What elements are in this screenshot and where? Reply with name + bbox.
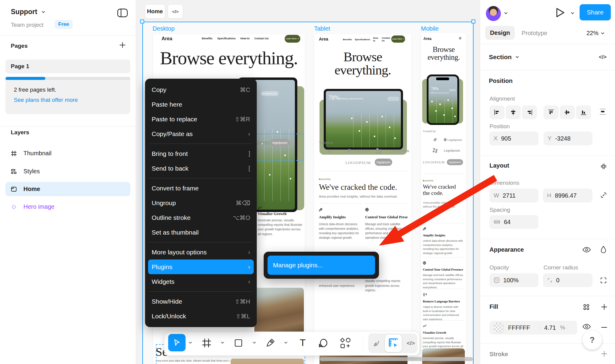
tablet-card-1[interactable]: Control Your Global Presence Manage and … [365, 203, 408, 240]
fill-styles-button[interactable] [583, 303, 590, 312]
frame-label-mobile[interactable]: Mobile [421, 25, 439, 32]
collapse-layout-button[interactable] [600, 163, 607, 171]
chevron-down-icon[interactable] [571, 12, 574, 14]
desktop-logo[interactable]: Area [162, 36, 172, 41]
frame-tool-button[interactable] [201, 337, 213, 349]
submenu-item-manage-plugins[interactable]: Manage plugins... [268, 256, 375, 275]
fill-row[interactable]: FFFFFF 4.71 % [489, 321, 577, 335]
menu-item-show-hide[interactable]: Show/Hide⇧⌘H [145, 294, 257, 309]
tablet-card-0[interactable]: Amplify Insights Unlock data-driven deci… [319, 203, 361, 240]
home-tab-chip[interactable]: Home [145, 4, 165, 19]
desktop-partial-body[interactable]: Area turns your data into clear, vibrant… [156, 359, 229, 362]
add-page-button[interactable] [119, 41, 126, 50]
aspect-lock-button[interactable] [600, 192, 607, 200]
actions-tool-button[interactable] [339, 336, 352, 350]
mobile-trusted-label[interactable]: Trusted by: [423, 130, 436, 133]
y-position-field[interactable]: Y -3248 [544, 132, 592, 145]
layer-row-styles[interactable]: Styles [5, 164, 130, 178]
dev-mode-toggle[interactable] [385, 335, 402, 352]
nav-link[interactable]: How-to [241, 37, 250, 40]
align-right-button[interactable] [522, 105, 537, 119]
blend-mode-button[interactable] [601, 246, 606, 254]
chevron-down-icon[interactable] [284, 341, 288, 344]
menu-item-lock-unlock[interactable]: Lock/Unlock⇧⌘L [145, 309, 257, 323]
menu-item-convert-to-frame[interactable]: Convert to frame [145, 181, 257, 196]
mobile-benefits-sub[interactable]: Area provides real insights, without the… [423, 201, 464, 209]
menu-item-more-layout-options[interactable]: More layout options› [145, 245, 257, 259]
desktop-nav[interactable]: Benefits Specifications How-to Contact U… [202, 35, 271, 41]
tablet-eyebrow[interactable]: Benefits [319, 178, 331, 180]
desktop-logo-pill[interactable]: logoipsum [270, 139, 289, 147]
selection-handle[interactable] [140, 20, 144, 23]
zoom-control[interactable]: 22% [586, 30, 604, 37]
avatar[interactable] [486, 6, 501, 21]
draw-annotate-button[interactable] [372, 338, 382, 348]
desktop-regions-pill[interactable]: All Regions (12) ⌄ [261, 91, 279, 96]
hamburger-icon[interactable]: ≡ [459, 35, 462, 41]
x-position-field[interactable]: X 905 [489, 132, 538, 145]
fill-visibility-button[interactable] [583, 324, 591, 331]
tablet-cta-button[interactable]: Learn More ↗ [391, 35, 405, 43]
page-list-item[interactable]: Page 1 [5, 59, 130, 73]
help-button[interactable]: ? [583, 330, 602, 350]
height-field[interactable]: H 8996.47 [543, 189, 592, 202]
desktop-cta-button[interactable]: Learn More ↗ [285, 35, 300, 43]
menu-item-copy[interactable]: Copy⌘C [145, 82, 257, 97]
plan-badge[interactable]: Free [55, 20, 73, 29]
menu-item-set-as-thumbnail[interactable]: Set as thumbnail [145, 225, 257, 240]
desktop-hero-headline[interactable]: Browse everything. [155, 47, 303, 69]
menu-item-plugins[interactable]: Plugins› [148, 259, 254, 274]
align-top-button[interactable] [544, 105, 559, 119]
desktop-card-title[interactable]: Visualize Growth [258, 211, 304, 216]
align-bottom-button[interactable] [576, 105, 591, 119]
present-button[interactable] [556, 7, 565, 19]
appearance-visibility-button[interactable] [583, 247, 591, 254]
nav-link[interactable]: Benefits [343, 38, 352, 41]
project-title-row[interactable]: Support [11, 8, 45, 16]
fill-hex[interactable]: FFFFFF [508, 324, 530, 331]
frame-label-desktop[interactable]: Desktop [153, 25, 174, 32]
mobile-hero-headline[interactable]: Browse everything. [422, 46, 466, 62]
align-v-center-button[interactable] [560, 105, 575, 119]
chevron-down-icon[interactable] [253, 341, 256, 344]
pen-tool-button[interactable] [264, 336, 277, 349]
mobile-mountain-image[interactable] [422, 348, 465, 364]
layer-row-home[interactable]: Home [5, 182, 130, 196]
tablet-logo[interactable]: Area [319, 37, 328, 41]
text-tool-button[interactable]: T [296, 336, 309, 350]
add-fill-button[interactable] [601, 303, 608, 312]
dev-code-icon[interactable]: </> [599, 54, 607, 60]
layer-row-thumbnail[interactable]: Thumbnail [5, 146, 130, 160]
tablet-frame[interactable] [314, 34, 411, 364]
remove-fill-button[interactable] [601, 324, 608, 332]
align-h-center-button[interactable] [506, 105, 521, 119]
opacity-field[interactable]: 100% [489, 273, 538, 287]
mobile-card-2[interactable]: Remove Language Barriers Adapt to divers… [423, 289, 464, 321]
menu-item-outline-stroke[interactable]: Outline stroke⌥⌘O [145, 210, 257, 225]
code-view-button[interactable]: </> [405, 339, 417, 347]
move-tool-button[interactable] [168, 334, 186, 351]
chevron-down-icon[interactable] [189, 341, 192, 344]
mobile-card-3[interactable]: Visualize Growth Generate precise, visua… [423, 320, 464, 353]
fill-swatch[interactable] [494, 323, 504, 333]
menu-item-ungroup[interactable]: Ungroup⌘⌫ [145, 196, 257, 210]
tablet-benefits-sub[interactable]: Area provides real insights, without the… [319, 195, 409, 198]
desktop-card-body[interactable]: Generate precise, visually compelling re… [258, 218, 303, 236]
menu-item-paste-here[interactable]: Paste here [145, 97, 257, 112]
shape-tool-button[interactable] [233, 338, 244, 348]
tablet-trusted-label[interactable]: Trusted by: [319, 141, 334, 144]
corner-radius-field[interactable]: 0 [543, 273, 592, 287]
align-left-button[interactable] [489, 105, 504, 119]
desktop-tan-image[interactable] [231, 359, 304, 364]
tablet-hero-headline[interactable]: Browse everything. [317, 50, 409, 77]
width-field[interactable]: W 2711 [489, 189, 538, 202]
code-tab-chip[interactable]: </> [168, 4, 183, 19]
frame-label-tablet[interactable]: Tablet [314, 25, 330, 32]
menu-item-bring-to-front[interactable]: Bring to front] [145, 146, 257, 161]
nav-link[interactable]: Specifications [217, 37, 236, 40]
nav-link[interactable]: How-to [373, 37, 379, 42]
mobile-eyebrow[interactable]: Benefits [423, 180, 434, 182]
chevron-down-icon[interactable] [504, 12, 508, 14]
mobile-benefits-title[interactable]: We've cracked the code. [423, 184, 456, 196]
spacing-field[interactable]: 64 [489, 215, 538, 229]
